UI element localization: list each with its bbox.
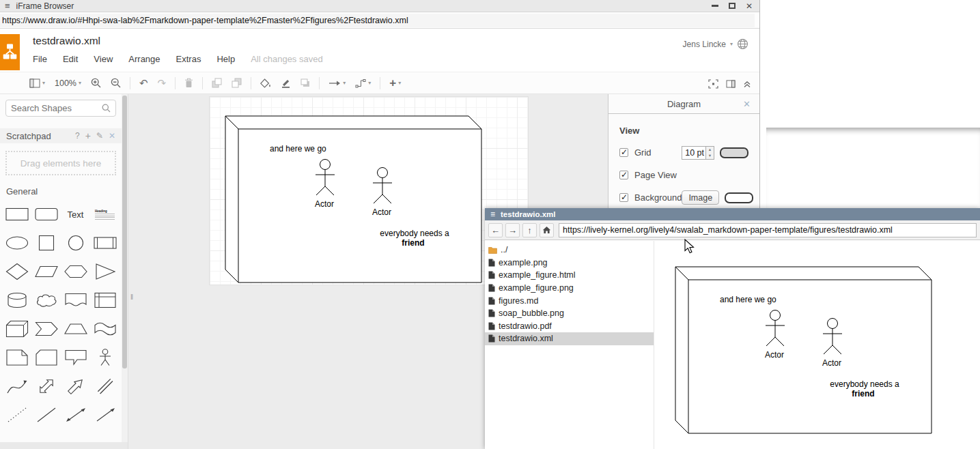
spinner-down-icon[interactable]: ▼ [706, 153, 714, 159]
view-layout-button[interactable]: ▾ [29, 78, 45, 88]
general-section-header[interactable]: General [0, 184, 122, 199]
redo-button[interactable]: ↷ [158, 78, 167, 88]
note-text-line1[interactable]: everybody needs a [830, 379, 899, 389]
to-front-button[interactable] [212, 78, 222, 88]
menu-view[interactable]: View [94, 54, 113, 64]
zoom-out-button[interactable] [111, 78, 121, 88]
waypoints-button[interactable]: ▾ [355, 78, 371, 88]
shape-hexagon[interactable] [64, 263, 88, 280]
shape-process[interactable] [93, 234, 117, 252]
menu-help[interactable]: Help [216, 54, 235, 64]
undo-button[interactable]: ↶ [139, 78, 148, 88]
shape-rectangle[interactable] [5, 205, 29, 223]
shape-cloud[interactable] [34, 291, 59, 309]
shape-triangle[interactable] [93, 263, 117, 280]
cube-shape[interactable] [225, 116, 481, 283]
insert-button[interactable]: +▾ [389, 77, 401, 89]
delete-button[interactable] [184, 78, 193, 88]
language-globe-icon[interactable] [737, 38, 748, 50]
help-icon[interactable]: ? [75, 131, 80, 141]
browser-url-input[interactable] [0, 14, 755, 27]
shape-trapezoid[interactable] [64, 320, 88, 338]
shape-cube[interactable] [5, 320, 29, 338]
menu-arrange[interactable]: Arrange [128, 54, 160, 64]
connection-button[interactable]: ▾ [328, 80, 346, 87]
close-scratchpad-icon[interactable]: ✕ [109, 131, 115, 141]
shape-ellipse[interactable] [5, 234, 29, 252]
shape-actor[interactable] [93, 349, 117, 366]
shape-parallelogram[interactable] [34, 263, 59, 280]
menu-file[interactable]: File [33, 54, 47, 64]
sidebar-splitter-handle[interactable]: ‖ [130, 293, 133, 301]
minimize-icon[interactable] [712, 5, 718, 7]
spinner-up-icon[interactable]: ▲ [706, 147, 714, 153]
shape-rounded-rectangle[interactable] [34, 205, 59, 223]
add-icon[interactable]: + [85, 130, 91, 141]
note-text-line2[interactable]: friend [852, 389, 874, 399]
collapse-button[interactable] [743, 80, 751, 88]
sidebar-scrollbar[interactable] [122, 94, 128, 442]
menu-extras[interactable]: Extras [176, 54, 201, 64]
home-button[interactable] [540, 223, 554, 237]
canvas-diagram[interactable]: and here we go Actor Actor everybody nee… [225, 115, 494, 283]
grid-size-value[interactable]: 10 pt [682, 147, 705, 159]
search-shapes-input[interactable] [11, 103, 102, 113]
zoom-level-button[interactable]: 100%▾ [55, 78, 81, 88]
menu-edit[interactable]: Edit [63, 54, 78, 64]
shape-internal-storage[interactable] [93, 291, 117, 309]
caption-text[interactable]: and here we go [720, 295, 776, 304]
user-menu[interactable]: Jens Lincke ▾ [683, 38, 748, 50]
file-row-testdrawio.xml[interactable]: testdrawio.xml [485, 332, 654, 345]
edit-pencil-icon[interactable]: ✎ [96, 131, 103, 141]
forward-button[interactable]: → [505, 223, 520, 237]
shape-circle[interactable] [64, 234, 88, 252]
shape-square[interactable] [34, 234, 59, 252]
shape-bidirectional-arrow[interactable] [34, 377, 59, 395]
window-menu-icon[interactable]: ≡ [5, 1, 10, 10]
shape-note[interactable] [5, 349, 29, 366]
note-text-line1[interactable]: everybody needs a [380, 229, 449, 238]
shape-heading[interactable]: Heading [93, 205, 117, 223]
shape-document[interactable] [64, 291, 88, 309]
search-icon[interactable] [102, 104, 111, 113]
close-format-panel-icon[interactable]: ✕ [743, 99, 751, 109]
file-row-..[interactable]: ../ [485, 244, 654, 257]
close-icon[interactable]: ✕ [746, 2, 753, 10]
file-row-example_figure.png[interactable]: example_figure.png [485, 282, 654, 295]
shape-step[interactable] [34, 320, 59, 338]
shape-line[interactable] [34, 406, 59, 424]
shape-tape[interactable] [93, 320, 117, 338]
page-view-checkbox[interactable] [619, 171, 628, 179]
shape-link[interactable] [93, 377, 117, 395]
to-back-button[interactable] [232, 78, 242, 88]
shape-card[interactable] [34, 349, 59, 366]
file-row-soap_bubble.png[interactable]: soap_bubble.png [485, 307, 654, 320]
shape-directional-connector[interactable] [93, 406, 117, 424]
cube-shape[interactable] [675, 267, 932, 433]
shape-diamond[interactable] [5, 263, 29, 280]
up-button[interactable]: ↑ [522, 223, 537, 237]
note-text-line2[interactable]: friend [402, 238, 424, 248]
shape-curve[interactable] [5, 377, 29, 395]
zoom-in-button[interactable] [91, 78, 101, 88]
shape-arrow[interactable] [64, 377, 88, 395]
maximize-icon[interactable] [729, 3, 736, 9]
back-button[interactable]: ← [488, 223, 503, 237]
image-button[interactable]: Image [682, 190, 719, 205]
file-row-testdrawio.pdf[interactable]: testdrawio.pdf [485, 320, 654, 333]
fullscreen-button[interactable] [708, 79, 718, 89]
shape-text[interactable]: Text [64, 205, 88, 223]
shape-cylinder[interactable] [5, 291, 29, 309]
fill-color-button[interactable] [260, 78, 271, 88]
file-browser-menu-icon[interactable]: ≡ [490, 210, 495, 218]
shape-dashed-line[interactable] [5, 406, 29, 424]
format-panel-toggle-button[interactable] [726, 80, 736, 88]
shape-callout[interactable] [64, 349, 88, 366]
background-checkbox[interactable] [619, 193, 628, 202]
grid-checkbox[interactable] [619, 148, 628, 157]
file-row-example.png[interactable]: example.png [485, 257, 654, 270]
sidebar-scrollbar-thumb[interactable] [122, 96, 127, 368]
scratchpad-drop-area[interactable]: Drag elements here [5, 151, 116, 175]
file-row-figures.md[interactable]: figures.md [485, 294, 654, 307]
caption-text[interactable]: and here we go [270, 144, 326, 154]
